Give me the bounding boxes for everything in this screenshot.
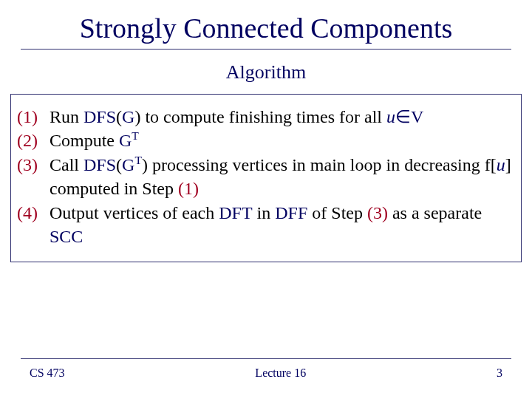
step-1-row: (1) Run DFS(G) to compute finishing time… xyxy=(17,105,515,129)
step-4-number: (4) xyxy=(17,201,50,249)
step-2-t: T xyxy=(132,129,139,142)
step-3-g: G xyxy=(122,155,134,174)
step-4-dft: DFT xyxy=(219,203,252,222)
step-3-row: (3) Call DFS(GT) processing vertices in … xyxy=(17,153,515,201)
step-1-v: V xyxy=(411,107,423,126)
subtitle: Algorithm xyxy=(0,61,532,83)
step-4-part-c: of Step xyxy=(307,203,367,222)
step-2-row: (2) Compute GT xyxy=(17,129,515,152)
step-4-part-a: Output vertices of each xyxy=(50,203,219,222)
step-2-g: G xyxy=(119,131,132,150)
title-divider xyxy=(21,49,511,50)
step-1-number: (1) xyxy=(17,105,50,129)
step-3-number: (3) xyxy=(17,153,50,201)
step-1-part-c: ) to compute finishing times for all xyxy=(134,107,386,126)
footer-page: 3 xyxy=(497,366,502,380)
step-1-dfs: DFS xyxy=(83,107,116,126)
footer-divider xyxy=(21,358,511,359)
step-4-part-d: as a separate xyxy=(388,203,482,222)
step-2-text: Compute GT xyxy=(50,129,515,152)
step-3-part-b: ( xyxy=(116,155,122,174)
step-4-part-b: in xyxy=(253,203,276,222)
step-4-stepref: (3) xyxy=(367,203,388,222)
step-3-t: T xyxy=(134,154,142,166)
footer: CS 473 Lecture 16 3 xyxy=(0,358,532,380)
step-3-text: Call DFS(GT) processing vertices in main… xyxy=(50,153,515,201)
step-2-number: (2) xyxy=(17,129,50,152)
step-4-scc: SCC xyxy=(50,227,83,246)
step-4-text: Output vertices of each DFT in DFF of St… xyxy=(50,201,515,249)
step-1-text: Run DFS(G) to compute finishing times fo… xyxy=(50,105,515,129)
step-3-stepref: (1) xyxy=(178,179,199,198)
footer-course: CS 473 xyxy=(30,366,65,380)
step-4-dff: DFF xyxy=(275,203,307,222)
step-1-part-b: ( xyxy=(116,107,122,126)
algorithm-box: (1) Run DFS(G) to compute finishing time… xyxy=(10,94,522,262)
step-1-in: ∈ xyxy=(395,107,411,126)
step-1-u: u xyxy=(386,107,395,126)
step-3-part-a: Call xyxy=(50,155,83,174)
page-title: Strongly Connected Components xyxy=(0,12,532,44)
step-3-part-c: ) processing vertices in main loop in de… xyxy=(142,155,497,174)
step-3-u: u xyxy=(497,155,505,174)
footer-row: CS 473 Lecture 16 3 xyxy=(0,366,532,380)
step-2-part-a: Compute xyxy=(50,131,119,150)
step-3-dfs: DFS xyxy=(83,155,116,174)
footer-lecture: Lecture 16 xyxy=(255,366,306,380)
step-1-g: G xyxy=(122,107,134,126)
step-4-row: (4) Output vertices of each DFT in DFF o… xyxy=(17,201,515,249)
step-1-part-a: Run xyxy=(50,107,83,126)
